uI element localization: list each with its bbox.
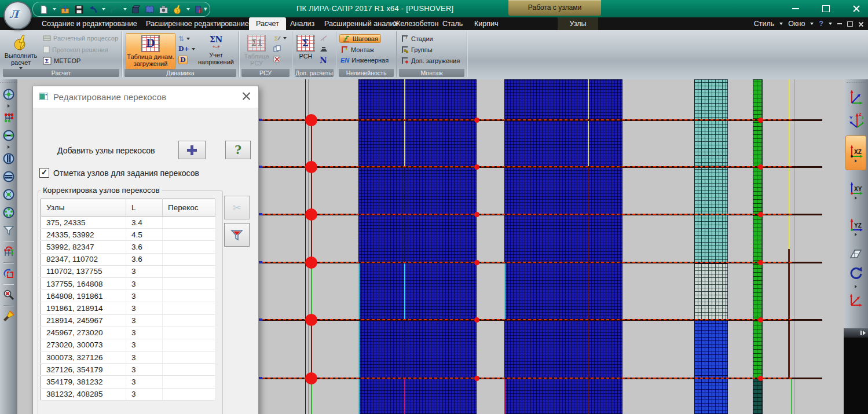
table-row[interactable]: 110702, 1377553 (41, 265, 215, 277)
mark-horizontal-elements-icon[interactable] (1, 169, 16, 184)
menu-window[interactable]: Окно (788, 20, 805, 28)
table-cell[interactable] (163, 277, 215, 290)
rsn-button[interactable]: Σ РСН (294, 33, 317, 60)
mark-polygon-icon[interactable] (1, 205, 16, 220)
dyn-spin-button[interactable]: ⇅ (178, 35, 190, 43)
table-cell[interactable] (163, 302, 215, 314)
qat-customize-icon[interactable]: ▾ (204, 5, 207, 13)
mark-nodes-checkbox-row[interactable]: ✓ Отметка узлов для задания перекосов (39, 168, 199, 178)
stages-button[interactable]: Стадии (401, 35, 433, 42)
solution-protocol-item[interactable]: Протокол решения (43, 46, 108, 53)
table-cell[interactable] (163, 327, 215, 339)
run-calculation-icon[interactable] (173, 5, 182, 14)
table-cell[interactable]: 3 (126, 351, 163, 364)
table-row[interactable]: 327126, 3541793 (41, 364, 215, 376)
table-cell[interactable]: 82347, 110702 (41, 253, 126, 265)
xz-expand-icon[interactable] (855, 159, 857, 163)
table-cell[interactable] (163, 217, 215, 229)
open-file-icon[interactable] (60, 5, 70, 14)
unmark-all-icon[interactable] (1, 244, 16, 259)
redo-dropdown-icon[interactable] (123, 8, 127, 10)
toolbar-drag-handle[interactable]: ········ (847, 80, 865, 84)
menu-help[interactable]: ? (819, 20, 823, 28)
column-header-l[interactable]: L (126, 199, 163, 217)
maximize-icon[interactable] (822, 5, 830, 12)
cancel-selection-icon[interactable] (1, 266, 16, 281)
mark-nodes-icon[interactable] (1, 110, 16, 125)
engineering-nl-button[interactable]: EN Инженерная (340, 57, 389, 64)
table-cell[interactable]: 273020, 300073 (41, 339, 126, 351)
style-dropdown-icon[interactable] (779, 23, 783, 25)
table-cell[interactable]: 110702, 137755 (41, 265, 126, 277)
table-row[interactable]: 381232, 4082853 (41, 388, 215, 400)
pan-select-icon[interactable] (1, 87, 16, 102)
table-cell[interactable]: 137755, 164808 (41, 277, 126, 290)
tab-advanced-edit[interactable]: Расширенное редактирование (146, 17, 249, 30)
column-header-nodes[interactable]: Узлы (41, 199, 126, 217)
rsu-delete-button[interactable] (273, 56, 281, 63)
tab-brick[interactable]: Кирпич (474, 17, 498, 30)
window-dropdown-icon[interactable] (810, 23, 814, 25)
tab-analysis[interactable]: Анализ (290, 17, 314, 30)
table-cell[interactable]: 327126, 354179 (41, 364, 126, 376)
n-button[interactable]: N (320, 56, 327, 65)
tab-reinforced-concrete[interactable]: Железобетон (394, 17, 438, 30)
view-xz-button[interactable]: XZ (845, 135, 866, 170)
perspective-projection-icon[interactable] (848, 246, 863, 261)
d-plus-button[interactable]: D+ (178, 45, 195, 53)
table-row[interactable]: 24335, 539924.5 (41, 229, 215, 241)
table-cell[interactable]: 3 (126, 376, 163, 388)
table-cell[interactable] (163, 229, 215, 241)
table-row[interactable]: 273020, 3000733 (41, 339, 215, 351)
isometric-view-icon[interactable] (848, 87, 863, 107)
extra-loads-button[interactable]: Доп. загружения (401, 57, 460, 64)
view-xy-button[interactable]: XY (846, 173, 866, 207)
table-cell[interactable]: 3.6 (126, 241, 163, 253)
add-nodes-button[interactable] (178, 141, 206, 159)
new-file-dropdown-icon[interactable] (53, 8, 56, 10)
calc-processor-item[interactable]: Расчетный процессор (43, 35, 118, 42)
table-row[interactable]: 375, 243353.4 (41, 217, 215, 229)
selection-filter-icon[interactable] (1, 223, 16, 238)
table-cell[interactable]: 3 (126, 364, 163, 376)
mark-vertical-elements-icon[interactable] (1, 151, 16, 166)
d-plus-dropdown-icon[interactable] (192, 48, 195, 50)
rsu-edit-dropdown-icon[interactable] (283, 37, 287, 39)
table-cell[interactable] (163, 388, 215, 400)
table-row[interactable]: 245967, 2730203 (41, 327, 215, 339)
table-cell[interactable] (163, 265, 215, 277)
cut-button[interactable]: ✂ (224, 196, 250, 219)
rotate-model-icon[interactable] (848, 264, 863, 283)
mark-elements-icon[interactable] (1, 128, 16, 143)
table-cell[interactable] (163, 351, 215, 364)
table-row[interactable]: 53992, 823473.6 (41, 241, 215, 253)
dynamic-loads-table-button[interactable]: D Таблица динам. загружений (126, 33, 175, 69)
table-row[interactable]: 191861, 2189143 (41, 302, 215, 314)
help-dropdown-icon[interactable] (829, 23, 832, 25)
doc-close-icon[interactable] (858, 21, 863, 27)
yz-expand-icon[interactable] (855, 233, 857, 236)
table-cell[interactable]: 3 (126, 265, 163, 277)
redo-icon[interactable] (109, 5, 119, 14)
close-icon[interactable] (853, 5, 860, 12)
table-cell[interactable]: 3 (126, 277, 163, 290)
column-header-skew[interactable]: Перекос (163, 199, 215, 217)
table-cell[interactable] (163, 376, 215, 388)
expand-arrow-icon[interactable] (8, 145, 10, 149)
table-cell[interactable]: 3 (126, 314, 163, 327)
table-cell[interactable]: 3.4 (126, 217, 163, 229)
toolbar-drag-handle[interactable]: ········ (0, 80, 18, 84)
expand-arrow-icon[interactable] (8, 104, 10, 108)
snapshot-icon[interactable] (159, 5, 169, 14)
table-row[interactable]: 137755, 1648083 (41, 277, 215, 290)
meteor-item[interactable]: Σ МЕТЕОР (43, 57, 80, 65)
xyz-axes-icon[interactable]: ZXY (848, 109, 863, 133)
menu-style[interactable]: Стиль (754, 20, 775, 28)
dialog-title-bar[interactable]: Редактирование перекосов (33, 86, 258, 108)
table-cell[interactable]: 53992, 82347 (41, 241, 126, 253)
view-yz-button[interactable]: YZ (846, 210, 866, 243)
new-file-icon[interactable] (39, 5, 49, 14)
table-cell[interactable]: 164808, 191861 (41, 290, 126, 302)
table-cell[interactable] (163, 253, 215, 265)
book-icon[interactable] (145, 5, 155, 14)
